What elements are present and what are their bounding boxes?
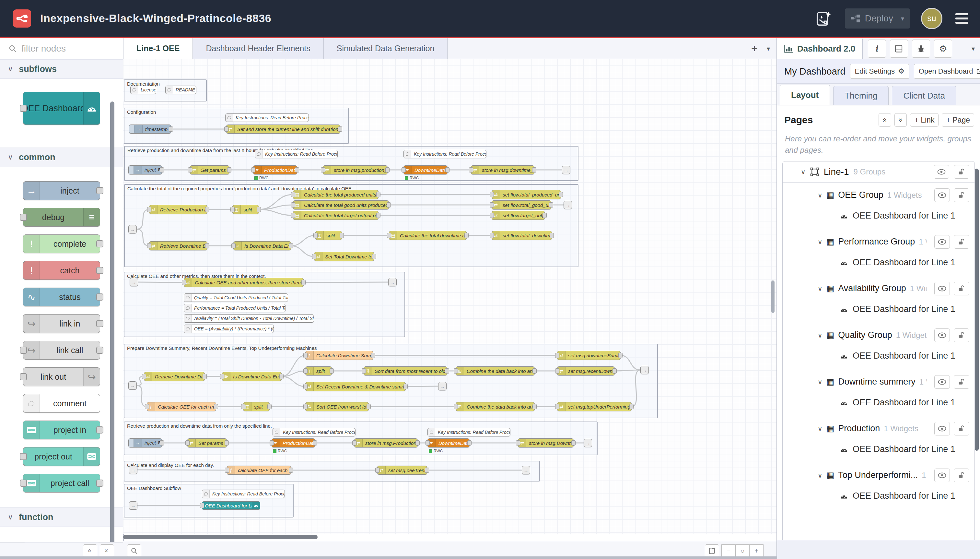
flow-node-influx[interactable]: ✒ProductionData	[272, 438, 315, 447]
sidebar-tab-dashboard[interactable]: Dashboard 2.0	[777, 39, 863, 59]
flow-node-comment[interactable]: Performance = Total Produced Units / Tot…	[184, 304, 285, 312]
palette-scrollbar[interactable]	[110, 101, 114, 559]
flow-node-inject[interactable]: →inject ↻	[128, 165, 162, 174]
flow-list-caret[interactable]: ▾	[767, 45, 770, 53]
flow-node-change[interactable]: ⇄set msg.recentDowntime	[557, 366, 615, 375]
flow-tab-Line-1-OEE[interactable]: Line-1 OEE	[123, 38, 193, 59]
flow-node-calc[interactable]: ▤Calculate the total target output of to…	[293, 211, 378, 220]
flow-tab-Dashboard-Header-Elements[interactable]: Dashboard Header Elements	[193, 38, 323, 59]
sidebar-scrollbar[interactable]	[975, 169, 979, 451]
palette-node-link-out[interactable]: ↪link out	[23, 367, 100, 386]
open-dashboard-button[interactable]: Open Dashboard	[914, 64, 980, 79]
palette-node-catch[interactable]: !catch	[23, 261, 100, 280]
flow-node-link[interactable]: →	[130, 278, 138, 286]
help-tab-button[interactable]	[890, 40, 908, 58]
flow-node-function[interactable]: ƒCalculate OEE for each machine	[147, 402, 216, 411]
flow-group[interactable]: OEE Dashboard Subflow	[124, 484, 294, 518]
tree-widget-row[interactable]: OEE Dashboard for Line 1	[783, 210, 975, 222]
flow-node-comment[interactable]: License	[130, 86, 156, 94]
flow-node-split[interactable]: ◫split	[305, 366, 332, 375]
flow-node-influx[interactable]: ✒DowntimeData	[403, 165, 447, 174]
flow-node-link[interactable]: →	[522, 466, 530, 475]
sidebar-section-tab-Client-Data[interactable]: Client Data	[892, 86, 956, 105]
move-down-button[interactable]: »	[894, 113, 907, 127]
navigator-button[interactable]	[705, 544, 719, 557]
zoom-in-button[interactable]: +	[749, 544, 764, 557]
zoom-reset-button[interactable]: ○	[735, 544, 750, 557]
palette-search[interactable]: filter nodes	[0, 38, 123, 60]
flow-node-change[interactable]: ⇄Set Total Downtime to 0	[314, 252, 374, 261]
flow-group[interactable]: Calculate and display OEE for each day.	[124, 461, 540, 481]
flow-node-join[interactable]: ⊞Combine the data back into an array.	[455, 402, 535, 411]
flow-node-inject[interactable]: →timestamp	[129, 124, 171, 134]
palette-node-link-in[interactable]: ↪link in	[23, 314, 100, 333]
tree-group-row[interactable]: ∨▦Production1 Widgets	[783, 421, 975, 436]
flow-node-split[interactable]: ◫split	[315, 231, 342, 240]
flow-node-change[interactable]: ⇄Calculate OEE and other metrics, then s…	[184, 278, 304, 287]
lock-toggle-button[interactable]	[954, 235, 969, 249]
palette-node-project-out[interactable]: project out	[23, 447, 100, 466]
flow-node-comment[interactable]: Key Instructions: Read Before Proceeding	[403, 150, 487, 158]
user-avatar[interactable]: su	[921, 8, 942, 29]
flow-node-split[interactable]: ◫split	[233, 205, 259, 214]
flow-canvas[interactable]: DocumentationConfigurationRetrieve produ…	[123, 59, 777, 534]
visibility-toggle-button[interactable]	[934, 282, 950, 295]
flow-node-change[interactable]: ⇄set msg.oeeTrend	[377, 466, 427, 475]
flow-node-change[interactable]: ⇄Retrieve Downtime Data	[149, 241, 208, 250]
visibility-toggle-button[interactable]	[934, 235, 950, 249]
tree-widget-row[interactable]: OEE Dashboard for Line 1	[783, 304, 975, 315]
tree-group-row[interactable]: ∨▦Top Underperformi...1 Widgets	[783, 468, 975, 483]
palette-node-project-call[interactable]: project call	[23, 474, 100, 493]
chevron-down-icon[interactable]: ∨	[818, 331, 823, 339]
tree-widget-row[interactable]: OEE Dashboard for Line 1	[783, 397, 975, 408]
flow-node-comment[interactable]: Key Instructions: Read Before Proceeding	[255, 150, 338, 158]
visibility-toggle-button[interactable]	[934, 329, 950, 342]
flow-node-link[interactable]: →	[438, 382, 447, 390]
flow-node-link[interactable]: →	[564, 201, 572, 209]
flow-node-comment[interactable]: Key Instructions: Read Before Proceeding	[427, 428, 510, 437]
chevron-down-icon[interactable]: ∨	[818, 238, 823, 246]
visibility-toggle-button[interactable]	[934, 165, 949, 179]
flow-node-split[interactable]: ◫split	[243, 402, 270, 411]
flow-node-comment[interactable]: README	[165, 86, 196, 94]
chevron-down-icon[interactable]: ∨	[818, 191, 823, 199]
tree-group-row[interactable]: ∨▦Availability Group1 Widgets	[783, 281, 975, 296]
sidebar-section-tab-Theming[interactable]: Theming	[833, 86, 889, 105]
sidebar-options-caret[interactable]: ▾	[972, 45, 975, 53]
palette-node-OEE-Dashboard[interactable]: OEE Dashboard	[23, 92, 100, 125]
lock-toggle-button[interactable]	[954, 165, 969, 179]
inject-button[interactable]	[129, 166, 134, 174]
flow-node-influx[interactable]: ✒ProductionData	[253, 165, 297, 174]
flow-node-link[interactable]: →	[129, 501, 137, 510]
palette-category-function[interactable]: ∨function	[0, 508, 123, 527]
tree-widget-row[interactable]: OEE Dashboard for Line 1	[783, 351, 975, 362]
palette-expand-all-button[interactable]: »	[100, 544, 114, 557]
debug-tab-button[interactable]	[912, 40, 930, 58]
flow-node-change[interactable]: ⇄set flow.target_output	[492, 211, 545, 220]
flow-node-calc[interactable]: ▤Calculate the total downtime duration	[389, 231, 467, 240]
inject-button[interactable]	[129, 125, 134, 133]
flow-tab-Simulated-Data-Generation[interactable]: Simulated Data Generation	[324, 38, 448, 59]
visibility-toggle-button[interactable]	[934, 189, 950, 202]
palette-node-complete[interactable]: !complete	[23, 235, 100, 253]
flow-node-change[interactable]: ⇄store in msg.downtime_data	[471, 165, 535, 174]
config-tab-button[interactable]: ⚙	[934, 40, 952, 58]
flow-node-change[interactable]: ⇄Set params	[190, 165, 229, 174]
chevron-down-icon[interactable]: ∨	[818, 471, 823, 479]
ai-assistant-icon[interactable]	[814, 8, 834, 28]
palette-node-inject[interactable]: →inject	[23, 181, 100, 200]
flow-node-switch[interactable]: ⋔Is Downtime Data Empty?	[233, 241, 291, 250]
flow-node-link[interactable]: →	[640, 366, 649, 374]
chevron-down-icon[interactable]: ∨	[818, 285, 823, 293]
move-up-button[interactable]: «	[879, 113, 891, 127]
canvas-search-button[interactable]	[127, 544, 141, 557]
palette-category-common[interactable]: ∨common	[0, 147, 123, 167]
flow-node-change[interactable]: ⇄set flow.total_produced_units	[492, 190, 561, 199]
lock-toggle-button[interactable]	[954, 422, 969, 435]
flow-node-change[interactable]: ⇄set flow.total_downtime	[492, 231, 552, 240]
tree-page-row[interactable]: ∨Line-19 Groups	[783, 162, 975, 182]
chevron-down-icon[interactable]: ∨	[818, 378, 823, 386]
deploy-options-caret[interactable]: ▾	[901, 15, 904, 22]
flow-node-change[interactable]: ⇄set msg.downtimeSummery	[557, 351, 620, 360]
flow-node-comment[interactable]: OEE = (Availability) * (Performance) * (…	[184, 324, 274, 333]
